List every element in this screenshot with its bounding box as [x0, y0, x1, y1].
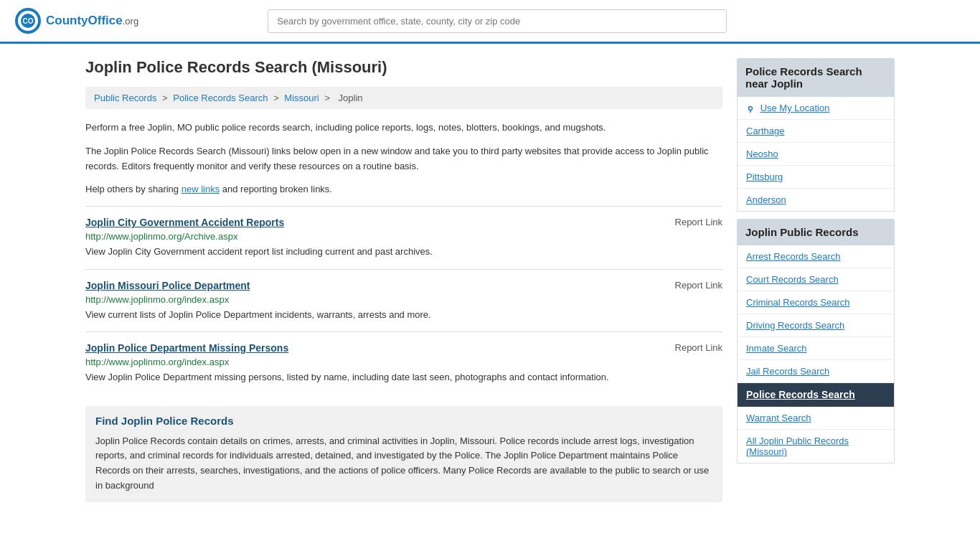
main-container: Joplin Police Records Search (Missouri) … — [74, 44, 906, 517]
report-link-1[interactable]: Report Link — [675, 280, 722, 291]
jail-records-link[interactable]: Jail Records Search — [746, 366, 829, 377]
records-list: Joplin City Government Accident Reports … — [85, 206, 722, 395]
record-item-1: Joplin Missouri Police Department Report… — [85, 269, 722, 332]
content-area: Joplin Police Records Search (Missouri) … — [85, 58, 722, 502]
breadcrumb-police-records-search[interactable]: Police Records Search — [173, 93, 268, 103]
sidebar-nearby-list: Use My Location Carthage Neosho Pittsbur… — [737, 97, 895, 212]
warrant-search-link[interactable]: Warrant Search — [746, 413, 811, 423]
record-title-2[interactable]: Joplin Police Department Missing Persons — [85, 342, 288, 354]
breadcrumb-missouri[interactable]: Missouri — [284, 93, 319, 103]
sidebar-public-records-header: Joplin Public Records — [737, 219, 895, 245]
find-section-text: Joplin Police Records contain details on… — [95, 434, 712, 494]
sidebar-item-court-records[interactable]: Court Records Search — [738, 268, 894, 291]
record-url-1[interactable]: http://www.joplinmo.org/index.aspx — [85, 294, 722, 305]
record-item-0: Joplin City Government Accident Reports … — [85, 206, 722, 269]
svg-text:CO: CO — [23, 17, 34, 25]
description-3: Help others by sharing new links and rep… — [85, 182, 722, 197]
report-link-0[interactable]: Report Link — [675, 217, 722, 227]
location-icon — [746, 105, 755, 113]
logo-icon: CO — [14, 7, 42, 34]
sidebar-item-anderson[interactable]: Anderson — [738, 189, 894, 211]
page-title: Joplin Police Records Search (Missouri) — [85, 58, 722, 77]
find-section-title: Find Joplin Police Records — [95, 415, 712, 427]
breadcrumb-public-records[interactable]: Public Records — [94, 93, 156, 103]
sidebar-item-use-my-location[interactable]: Use My Location — [738, 97, 894, 120]
record-item-2: Joplin Police Department Missing Persons… — [85, 331, 722, 395]
breadcrumb: Public Records > Police Records Search >… — [85, 87, 722, 109]
description-2: The Joplin Police Records Search (Missou… — [85, 144, 722, 174]
search-bar[interactable] — [268, 9, 727, 33]
record-desc-0: View Joplin City Government accident rep… — [85, 245, 722, 259]
search-input[interactable] — [268, 9, 727, 33]
sidebar-item-driving-records[interactable]: Driving Records Search — [738, 314, 894, 337]
record-url-0[interactable]: http://www.joplinmo.org/Archive.aspx — [85, 231, 722, 242]
sidebar-item-neosho[interactable]: Neosho — [738, 143, 894, 166]
arrest-records-link[interactable]: Arrest Records Search — [746, 251, 841, 262]
breadcrumb-joplin: Joplin — [339, 93, 363, 103]
header: CO CountyOffice.org — [0, 0, 980, 44]
anderson-link[interactable]: Anderson — [746, 194, 786, 205]
description-1: Perform a free Joplin, MO public police … — [85, 121, 722, 136]
find-section: Find Joplin Police Records Joplin Police… — [85, 406, 722, 502]
record-url-2[interactable]: http://www.joplinmo.org/index.aspx — [85, 357, 722, 367]
sidebar-item-carthage[interactable]: Carthage — [738, 120, 894, 143]
sidebar-item-jail-records[interactable]: Jail Records Search — [738, 360, 894, 383]
sidebar-item-police-records-active[interactable]: Police Records Search — [738, 383, 894, 407]
court-records-link[interactable]: Court Records Search — [746, 274, 839, 285]
record-title-0[interactable]: Joplin City Government Accident Reports — [85, 217, 284, 228]
sidebar-item-inmate-search[interactable]: Inmate Search — [738, 337, 894, 360]
svg-point-4 — [749, 106, 753, 110]
record-desc-2: View Joplin Police Department missing pe… — [85, 370, 722, 385]
sidebar: Police Records Search near Joplin Use My… — [737, 58, 895, 502]
sidebar-public-records-section: Joplin Public Records Arrest Records Sea… — [737, 219, 895, 463]
sidebar-item-arrest-records[interactable]: Arrest Records Search — [738, 245, 894, 268]
record-desc-1: View current lists of Joplin Police Depa… — [85, 308, 722, 322]
report-link-2[interactable]: Report Link — [675, 342, 722, 353]
sidebar-item-all-public-records[interactable]: All Joplin Public Records (Missouri) — [738, 430, 894, 463]
sidebar-item-warrant-search[interactable]: Warrant Search — [738, 407, 894, 430]
inmate-search-link[interactable]: Inmate Search — [746, 343, 807, 354]
logo-area[interactable]: CO CountyOffice.org — [14, 7, 138, 34]
logo-text: CountyOffice.org — [46, 14, 138, 28]
criminal-records-link[interactable]: Criminal Records Search — [746, 297, 850, 308]
pittsburg-link[interactable]: Pittsburg — [746, 171, 783, 182]
use-my-location-link[interactable]: Use My Location — [760, 103, 830, 113]
sidebar-item-pittsburg[interactable]: Pittsburg — [738, 166, 894, 189]
neosho-link[interactable]: Neosho — [746, 149, 778, 159]
police-records-link[interactable]: Police Records Search — [746, 389, 855, 400]
sidebar-item-criminal-records[interactable]: Criminal Records Search — [738, 291, 894, 314]
sidebar-public-records-list: Arrest Records Search Court Records Sear… — [737, 245, 895, 463]
record-title-1[interactable]: Joplin Missouri Police Department — [85, 280, 250, 291]
new-links[interactable]: new links — [182, 184, 220, 194]
sidebar-nearby-header: Police Records Search near Joplin — [737, 58, 895, 97]
driving-records-link[interactable]: Driving Records Search — [746, 320, 844, 331]
all-public-records-link[interactable]: All Joplin Public Records (Missouri) — [746, 435, 849, 457]
sidebar-nearby-section: Police Records Search near Joplin Use My… — [737, 58, 895, 212]
carthage-link[interactable]: Carthage — [746, 126, 784, 136]
